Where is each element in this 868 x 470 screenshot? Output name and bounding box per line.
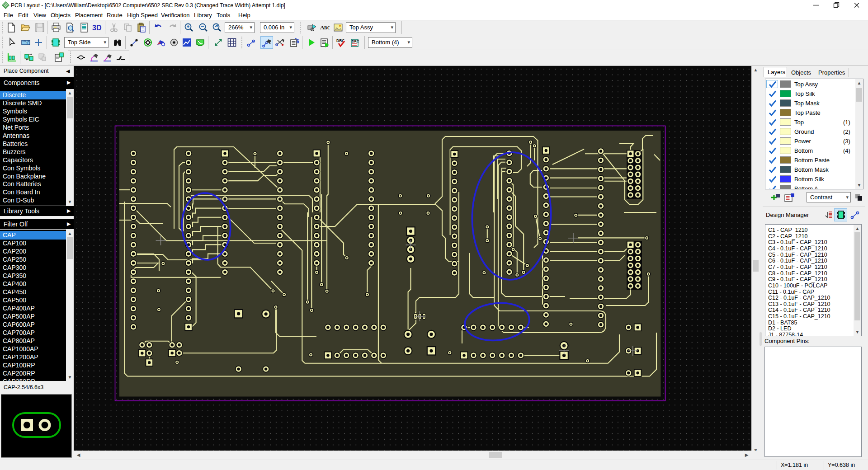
svg-text:1: 1 xyxy=(26,42,28,45)
svg-text:DRC: DRC xyxy=(352,39,359,43)
svg-text:3D: 3D xyxy=(92,24,101,32)
svg-text:BC: BC xyxy=(324,25,330,30)
